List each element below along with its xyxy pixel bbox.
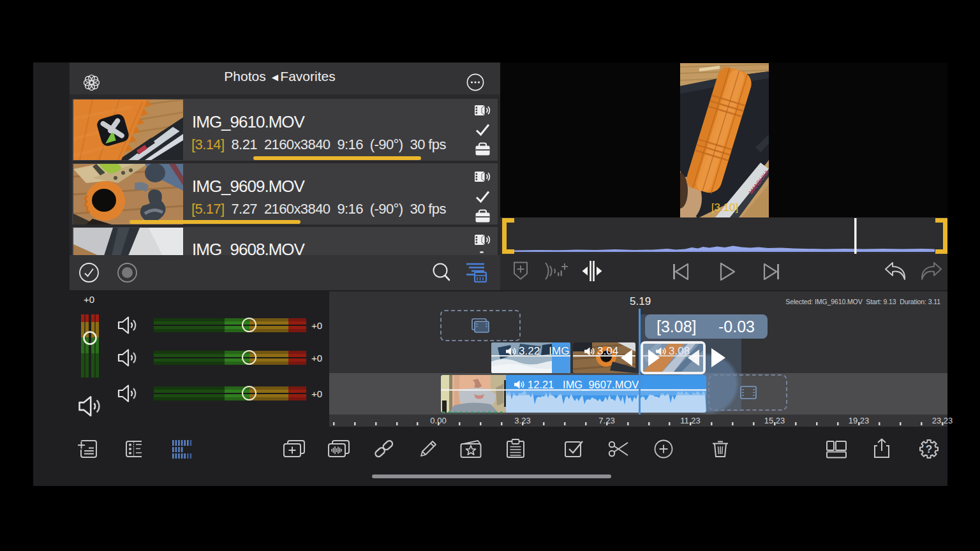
svg-text:?: ? (926, 443, 932, 455)
svg-text:[3.10]: [3.10] (711, 202, 739, 214)
